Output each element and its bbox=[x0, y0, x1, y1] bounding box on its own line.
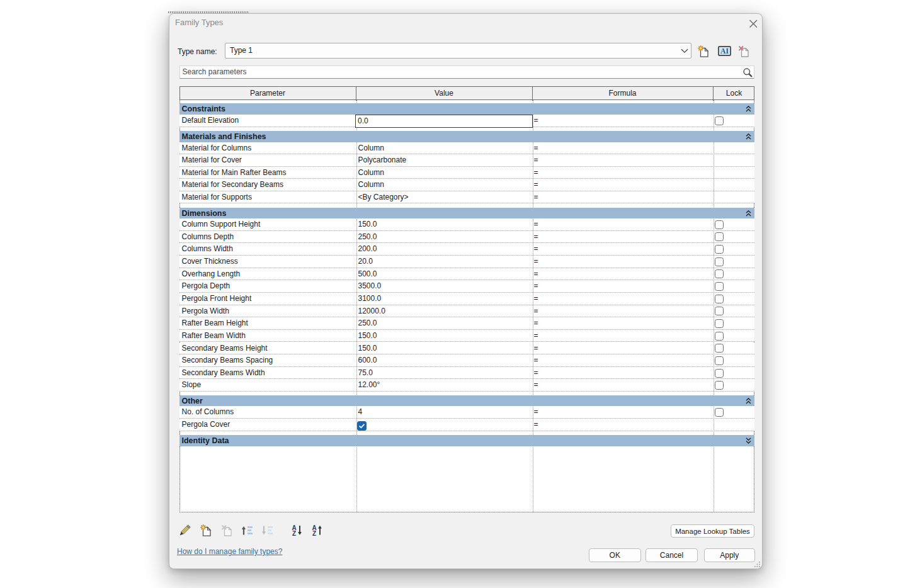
svg-text:Z: Z bbox=[292, 530, 296, 536]
svg-text:AI: AI bbox=[720, 47, 729, 55]
svg-text:Z: Z bbox=[312, 530, 316, 536]
